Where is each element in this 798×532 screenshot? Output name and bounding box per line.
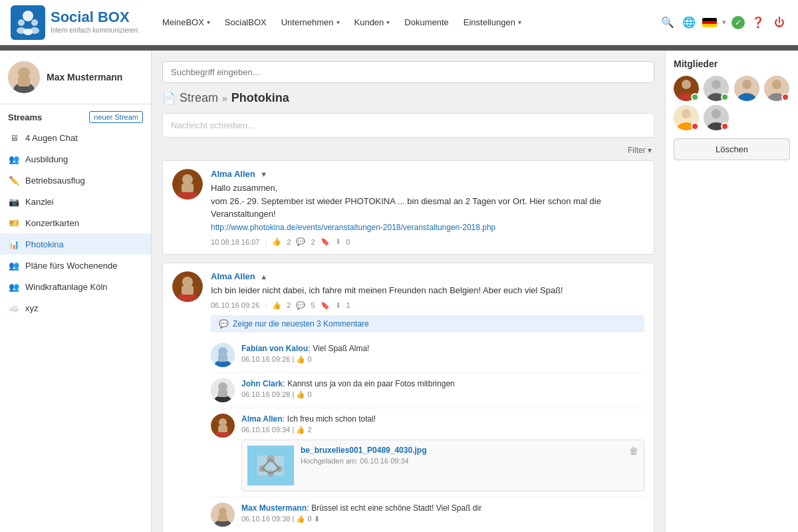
post-body: Alma Allen ▼ Hallo zusammen, vom 26.- 29… (211, 169, 644, 246)
show-comments-button[interactable]: 💬 Zeige nur die neuesten 3 Kommentare (211, 315, 644, 332)
comment-date: 06.10.16 09:26 (241, 355, 290, 363)
member-status-red (691, 122, 699, 130)
svg-rect-30 (218, 426, 227, 432)
comment-button[interactable]: 💬 (296, 301, 305, 310)
search-icon[interactable]: 🔍 (660, 15, 676, 31)
nav-dokumente[interactable]: Dokumente (398, 12, 455, 33)
member-2[interactable] (704, 76, 729, 101)
sidebar-item-kanzlei[interactable]: 📷 Kanzlei (0, 191, 151, 212)
sidebar-item-betriebsausflug[interactable]: ✏️ Betriebsausflug (0, 170, 151, 191)
comment-date: 06.10.16 09:34 (241, 426, 290, 434)
comment-text: Viel Spaß Alma! (313, 344, 369, 353)
svg-point-58 (682, 109, 691, 118)
svg-point-20 (218, 347, 227, 356)
members-grid (674, 76, 790, 130)
sidebar-item-wochenende[interactable]: 👥 Pläne fürs Wochenende (0, 255, 151, 276)
sidebar-item-4augenchat[interactable]: 🖥 4 Augen Chat (0, 127, 151, 148)
like-button[interactable]: 👍 (272, 237, 281, 246)
delete-button[interactable]: Löschen (674, 138, 790, 160)
comment-text: Brüssel ist echt eine schöne Stadt! Viel… (311, 503, 481, 513)
comments-icon: 💬 (219, 319, 229, 329)
comment-date: 06.10.16 09:28 (241, 390, 290, 398)
globe-icon[interactable]: 🌐 (681, 15, 697, 31)
nav-unternehmen[interactable]: Unternehmen ▾ (275, 12, 346, 33)
filter-button[interactable]: Filter ▾ (628, 146, 652, 155)
chevron-down-icon: ▾ (386, 19, 390, 26)
svg-point-16 (182, 277, 193, 287)
nav-meinebox[interactable]: MeineBOX ▾ (156, 12, 217, 33)
member-status-green (721, 93, 729, 101)
comment-2: John Clark: Kannst uns ja von da ein paa… (211, 373, 644, 408)
comments-section: Fabian von Kalou: Viel Spaß Alma! 06.10.… (211, 338, 644, 532)
post-author-avatar (172, 271, 203, 302)
svg-point-28 (219, 418, 227, 426)
member-3[interactable] (734, 76, 759, 101)
sidebar-item-xyz[interactable]: ☁️ xyz (0, 297, 151, 319)
comment-body: John Clark: Kannst uns ja von da ein paa… (241, 378, 644, 402)
delete-attachment-button[interactable]: 🗑 (629, 446, 638, 456)
member-1[interactable] (674, 76, 699, 101)
member-5[interactable] (674, 105, 699, 130)
help-icon[interactable]: ❓ (750, 15, 766, 31)
post-text: Ich bin leider nicht dabei, ich fahre mi… (211, 284, 644, 297)
avatar (8, 61, 40, 93)
post-author-name: Alma Allen ▼ (211, 169, 644, 179)
author-arrow: ▲ (260, 273, 267, 281)
users-icon: 👥 (8, 281, 20, 293)
new-stream-button[interactable]: neuer Stream (89, 111, 143, 123)
logo-icon (11, 5, 45, 40)
bookmark-icon[interactable]: 🔖 (321, 301, 330, 310)
stream-breadcrumb: 📄 Stream » Photokina (162, 91, 654, 105)
alma-allen-avatar-1 (172, 169, 203, 200)
comment-meta: 06.10.16 09:26 | 👍 0 (241, 355, 644, 364)
nav-socialbox[interactable]: SocialBOX (218, 12, 273, 33)
chart-icon: 📊 (8, 238, 20, 250)
message-input[interactable]: Nachricht schreiben... (162, 113, 654, 138)
sidebar-item-windkraft[interactable]: 👥 Windkraftanlage Köln (0, 276, 151, 297)
user-profile: Max Mustermann (0, 51, 151, 104)
panel-title: Mitglieder (674, 59, 790, 69)
download-comment-icon[interactable]: ⬇ (314, 515, 320, 523)
comment-text: Kannst uns ja von da ein paar Fotos mitb… (287, 379, 454, 388)
svg-rect-26 (218, 390, 227, 397)
post-date: 06.10.16 09:26 (211, 301, 259, 309)
comment-3: Alma Allen: Ich freu mich schon total! 0… (211, 408, 644, 497)
sidebar-item-ausbildung[interactable]: 👥 Ausbildung (0, 148, 151, 170)
document-icon: 📄 (162, 92, 176, 104)
attachment-info: be_bruxelles001_P0489_4030.jpg Hochgelad… (301, 446, 622, 465)
nav-einstellungen[interactable]: Einstellungen ▾ (457, 12, 528, 33)
app-tagline: Intern einfach kommunizieren. (51, 27, 140, 34)
bookmark-count: 0 (346, 238, 350, 246)
download-icon[interactable]: ⬇ (335, 301, 341, 310)
nav-kunden[interactable]: Kunden ▾ (348, 12, 397, 33)
svg-rect-14 (182, 184, 194, 192)
stream-sublabel: Photokina (231, 91, 289, 105)
like-button[interactable]: 👍 (272, 301, 281, 310)
post-link[interactable]: http://www.photokina.de/events/veranstal… (211, 223, 495, 232)
stream-title: 📄 Stream » Photokina (162, 91, 289, 105)
streams-header: Streams neuer Stream (0, 104, 151, 127)
svg-point-6 (31, 19, 38, 26)
download-icon[interactable]: ⬇ (335, 237, 341, 246)
sidebar-item-konzertkarten[interactable]: 🎫 Konzertkarten (0, 212, 151, 233)
sidebar-item-photokina[interactable]: 📊 Photokina (0, 233, 151, 255)
svg-point-24 (218, 382, 227, 392)
author-arrow: ▼ (260, 170, 267, 178)
status-check-icon[interactable]: ✓ (732, 16, 745, 29)
comment-meta: 06.10.16 09:34 | 👍 2 (241, 426, 644, 434)
comment-4: Max Mustermann: Brüssel ist echt eine sc… (211, 497, 644, 532)
svg-rect-44 (218, 515, 227, 521)
member-4[interactable] (764, 76, 789, 101)
search-input[interactable] (162, 61, 654, 83)
power-icon[interactable]: ⏻ (771, 15, 787, 31)
comment-button[interactable]: 💬 (296, 237, 305, 246)
comment-date: 06.10.16 09:38 (241, 515, 290, 523)
flag-dropdown[interactable]: ▾ (722, 18, 726, 27)
attachment-thumbnail (247, 446, 294, 485)
bookmark-icon[interactable]: 🔖 (321, 237, 330, 246)
post-header: Alma Allen ▼ Hallo zusammen, vom 26.- 29… (172, 169, 644, 246)
svg-point-52 (742, 80, 751, 89)
flag-icon[interactable] (702, 18, 717, 27)
comment-body: Fabian von Kalou: Viel Spaß Alma! 06.10.… (241, 343, 644, 367)
member-6[interactable] (704, 105, 729, 130)
